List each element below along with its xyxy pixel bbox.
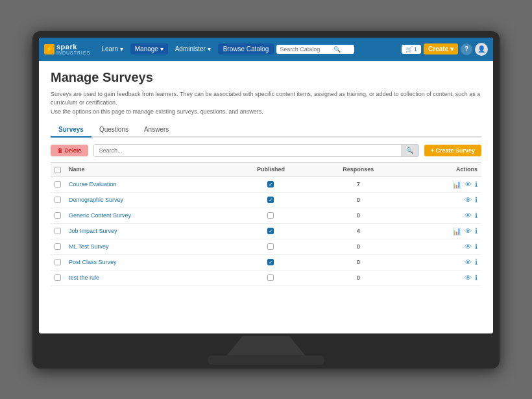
nav-administer[interactable]: Administer ▾: [171, 43, 215, 54]
navbar: ⚡ spark INDUSTRIES Learn ▾ Manage ▾ Admi…: [39, 38, 493, 61]
table-row: Demographic Survey✓0👁ℹ: [51, 192, 481, 208]
page-description: Surveys are used to gain feedback from l…: [51, 90, 481, 117]
survey-name-link[interactable]: Course Evaluation: [69, 181, 117, 187]
chart-icon[interactable]: 📊: [452, 227, 461, 236]
nav-browse-catalog[interactable]: Browse Catalog: [218, 43, 274, 54]
nav-cart[interactable]: 🛒 1: [402, 45, 421, 54]
view-icon[interactable]: 👁: [465, 212, 472, 219]
surveys-table: Name Published Responses Actions Course …: [51, 162, 481, 286]
search-bar: 🔍: [93, 144, 419, 157]
row-checkbox[interactable]: [54, 212, 61, 219]
table-row: Course Evaluation✓7📊👁ℹ: [51, 176, 481, 192]
search-button[interactable]: 🔍: [401, 145, 418, 156]
published-checkbox: ✓: [267, 228, 274, 234]
published-cell: ✓: [229, 223, 313, 239]
table-header-row: Name Published Responses Actions: [51, 163, 481, 177]
info-icon[interactable]: ℹ: [475, 274, 478, 282]
responses-cell: 0: [313, 208, 404, 223]
published-cell: [229, 208, 313, 223]
select-all-checkbox[interactable]: [54, 167, 61, 173]
logo-text: spark: [56, 43, 90, 51]
nav-learn[interactable]: Learn ▾: [97, 43, 127, 54]
view-icon[interactable]: 👁: [465, 243, 472, 250]
survey-name-link[interactable]: Demographic Survey: [69, 197, 123, 203]
survey-name-link[interactable]: test the rule: [69, 274, 99, 281]
view-icon[interactable]: 👁: [465, 180, 472, 188]
published-cell: ✓: [229, 192, 313, 208]
header-published: Published: [229, 163, 313, 177]
actions-cell: 📊👁ℹ: [404, 223, 481, 239]
create-survey-button[interactable]: + Create Survey: [424, 145, 481, 156]
tab-answers[interactable]: Answers: [136, 123, 176, 138]
actions-cell: 📊👁ℹ: [404, 176, 481, 192]
logo: ⚡ spark INDUSTRIES: [44, 43, 90, 55]
info-icon[interactable]: ℹ: [475, 227, 478, 236]
toolbar: 🗑 Delete 🔍 + Create Survey: [51, 144, 481, 157]
published-cell: [229, 270, 313, 285]
tab-bar: Surveys Questions Answers: [51, 123, 481, 138]
info-icon[interactable]: ℹ: [475, 212, 478, 220]
view-icon[interactable]: 👁: [465, 196, 472, 204]
table-body: Course Evaluation✓7📊👁ℹDemographic Survey…: [51, 176, 481, 285]
row-checkbox[interactable]: [54, 274, 61, 281]
nav-help-button[interactable]: ?: [461, 43, 472, 55]
info-icon[interactable]: ℹ: [475, 196, 478, 204]
actions-cell: 👁ℹ: [404, 192, 481, 208]
table-row: Job Impact Survey✓4📊👁ℹ: [51, 223, 481, 239]
row-checkbox[interactable]: [54, 228, 61, 234]
row-checkbox[interactable]: [54, 259, 61, 265]
monitor: ⚡ spark INDUSTRIES Learn ▾ Manage ▾ Admi…: [32, 31, 500, 369]
view-icon[interactable]: 👁: [465, 227, 472, 235]
row-checkbox[interactable]: [54, 181, 61, 187]
logo-icon: ⚡: [44, 44, 54, 54]
responses-cell: 4: [313, 223, 404, 239]
published-cell: ✓: [229, 254, 313, 270]
row-checkbox[interactable]: [54, 197, 61, 203]
tab-surveys[interactable]: Surveys: [51, 123, 91, 138]
published-checkbox: [267, 212, 274, 219]
table-row: Generic Content Survey0👁ℹ: [51, 208, 481, 223]
table-row: test the rule0👁ℹ: [51, 270, 481, 285]
monitor-base: [208, 356, 324, 365]
responses-cell: 0: [313, 192, 404, 208]
main-content: Manage Surveys Surveys are used to gain …: [39, 61, 493, 333]
row-checkbox[interactable]: [54, 243, 61, 250]
survey-name-link[interactable]: Post Class Survey: [69, 259, 117, 265]
screen: ⚡ spark INDUSTRIES Learn ▾ Manage ▾ Admi…: [39, 38, 493, 333]
table-row: Post Class Survey✓0👁ℹ: [51, 254, 481, 270]
page-title: Manage Surveys: [51, 70, 481, 85]
actions-cell: 👁ℹ: [404, 254, 481, 270]
table-row: ML Test Survey0👁ℹ: [51, 239, 481, 254]
responses-cell: 0: [313, 239, 404, 254]
header-actions: Actions: [404, 163, 481, 177]
nav-create-button[interactable]: Create ▾: [424, 43, 458, 54]
survey-name-link[interactable]: ML Test Survey: [69, 243, 109, 250]
info-icon[interactable]: ℹ: [475, 258, 478, 267]
search-input[interactable]: [94, 145, 401, 156]
published-checkbox: ✓: [267, 181, 274, 187]
nav-search-bar: 🔍: [276, 45, 354, 54]
nav-avatar[interactable]: 👤: [475, 43, 488, 56]
responses-cell: 7: [313, 176, 404, 192]
delete-button[interactable]: 🗑 Delete: [51, 145, 88, 156]
monitor-stand: [227, 336, 305, 356]
view-icon[interactable]: 👁: [465, 258, 472, 266]
responses-cell: 0: [313, 254, 404, 270]
responses-cell: 0: [313, 270, 404, 285]
info-icon[interactable]: ℹ: [475, 180, 478, 189]
published-checkbox: [267, 274, 274, 281]
nav-search-input[interactable]: [280, 46, 332, 53]
nav-manage[interactable]: Manage ▾: [130, 43, 168, 54]
tab-questions[interactable]: Questions: [91, 123, 136, 138]
survey-name-link[interactable]: Generic Content Survey: [69, 212, 131, 219]
published-cell: ✓: [229, 176, 313, 192]
chart-icon[interactable]: 📊: [452, 180, 461, 189]
published-checkbox: ✓: [267, 259, 274, 265]
published-checkbox: ✓: [267, 197, 274, 203]
info-icon[interactable]: ℹ: [475, 243, 478, 251]
survey-name-link[interactable]: Job Impact Survey: [69, 228, 117, 234]
actions-cell: 👁ℹ: [404, 239, 481, 254]
view-icon[interactable]: 👁: [465, 274, 472, 282]
published-cell: [229, 239, 313, 254]
header-responses: Responses: [313, 163, 404, 177]
